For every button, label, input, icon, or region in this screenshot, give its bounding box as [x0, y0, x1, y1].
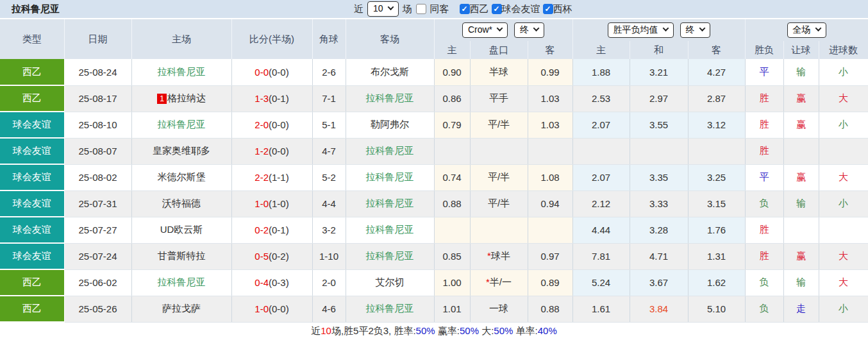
scope-value: 全场	[793, 24, 811, 36]
match-type-badge: 西乙	[0, 269, 64, 296]
avg-away: 3.12	[688, 112, 745, 138]
col-header-corner: 角球	[312, 19, 346, 59]
odds-away: 1.08	[528, 164, 572, 190]
avg-away	[688, 138, 745, 164]
subcol-avg-away: 客	[688, 41, 745, 59]
avg-provider-value: 胜平负均值	[613, 24, 658, 36]
odds-handicap-line: 一球	[470, 296, 528, 322]
odds-provider-select[interactable]: Crow*	[462, 22, 508, 38]
odds-time-select[interactable]: 终	[514, 22, 544, 38]
scope-select[interactable]: 全场	[787, 22, 826, 38]
match-date: 25-08-24	[64, 59, 131, 85]
home-team: 萨拉戈萨	[131, 296, 231, 322]
avg-draw: 4.71	[630, 243, 688, 269]
summary-segment: 近	[311, 325, 321, 336]
subcol-odds-home: 主	[434, 41, 470, 59]
result-wdl: 平	[745, 59, 783, 85]
match-date: 25-08-10	[64, 112, 131, 138]
subcol-avg-home: 主	[572, 41, 630, 59]
home-team: 甘普斯特拉	[131, 243, 231, 269]
same-opponent-checkbox[interactable]	[416, 4, 426, 14]
filter-checkbox[interactable]: ✓	[492, 4, 502, 14]
result-handicap	[783, 217, 819, 243]
match-row: 西乙25-06-02拉科鲁尼亚0-4(0-3)2-0艾尔切1.00*半/一0.8…	[0, 269, 868, 296]
avg-draw: 3.67	[630, 269, 688, 296]
result-goals	[819, 138, 868, 164]
corner-score: 5-1	[312, 112, 346, 138]
odds-time-value: 终	[520, 24, 529, 36]
odds-away: 1.03	[528, 112, 572, 138]
star-marker: *	[487, 250, 491, 261]
result-handicap: 赢	[783, 164, 819, 190]
summary-segment: 50%	[494, 325, 513, 336]
result-handicap: 赢	[783, 243, 819, 269]
away-team: 布尔戈斯	[346, 59, 434, 85]
avg-away: 1.62	[688, 269, 745, 296]
score-cell: 1-0(1-0)	[231, 190, 312, 217]
result-wdl: 平	[745, 164, 783, 190]
col-header-type: 类型	[0, 19, 64, 59]
chevron-down-icon	[699, 25, 705, 31]
result-handicap: 赢	[783, 112, 819, 138]
filter-checkboxes: ✓西乙✓球会友谊✓西杯	[457, 3, 572, 15]
avg-away: 4.27	[688, 59, 745, 85]
result-goals: 大	[819, 243, 868, 269]
odds-home: 1.01	[434, 296, 470, 322]
result-wdl: 胜	[745, 243, 783, 269]
match-date: 25-08-02	[64, 164, 131, 190]
match-date: 25-05-26	[64, 296, 131, 322]
avg-away: 2.87	[688, 85, 745, 112]
result-handicap: 输	[783, 59, 819, 85]
avg-time-select[interactable]: 终	[680, 22, 710, 38]
odds-away	[528, 217, 572, 243]
top-bar: 拉科鲁尼亚 近 10 场 同客 ✓西乙✓球会友谊✓西杯	[0, 0, 868, 19]
summary-segment: 大:	[479, 325, 494, 336]
away-team: 拉科鲁尼亚	[346, 164, 434, 190]
corner-score: 4-7	[312, 138, 346, 164]
corner-score: 1-10	[312, 243, 346, 269]
result-goals: 小	[819, 296, 868, 322]
odds-handicap-line: 平/半	[470, 112, 528, 138]
odds-home: 0.90	[434, 59, 470, 85]
result-wdl: 负	[745, 269, 783, 296]
avg-draw: 3.35	[630, 164, 688, 190]
odds-home	[434, 138, 470, 164]
odds-handicap-line	[470, 217, 528, 243]
home-team: 拉科鲁尼亚	[131, 59, 231, 85]
filter-label: 西杯	[553, 3, 572, 15]
col-header-away: 客场	[346, 19, 434, 59]
match-row: 球会友谊25-08-10拉科鲁尼亚2-0(0-0)5-1勒阿弗尔0.79平/半1…	[0, 112, 868, 138]
result-goals: 大	[819, 164, 868, 190]
result-wdl: 胜	[745, 112, 783, 138]
odds-handicap-line: *球半	[470, 243, 528, 269]
col-header-score: 比分(半场)	[231, 19, 312, 59]
filter-checkbox[interactable]: ✓	[543, 4, 553, 14]
summary-bar: 近10场,胜5平2负3, 胜率:50% 赢率:50% 大:50% 单率:40%	[0, 323, 868, 338]
match-type-badge: 西乙	[0, 85, 64, 112]
match-count-select[interactable]: 10	[367, 1, 399, 17]
odds-handicap-line: 平/半	[470, 190, 528, 217]
result-goals: 小	[819, 112, 868, 138]
odds-home	[434, 217, 470, 243]
avg-away: 3.25	[688, 164, 745, 190]
filter-checkbox[interactable]: ✓	[460, 4, 470, 14]
avg-draw: 3.84	[630, 296, 688, 322]
odds-home: 0.86	[434, 85, 470, 112]
avg-home: 1.88	[572, 59, 630, 85]
avg-provider-select[interactable]: 胜平负均值	[608, 22, 674, 38]
avg-home: 2.53	[572, 85, 630, 112]
avg-home: 5.24	[572, 269, 630, 296]
score-cell: 0-5(0-2)	[231, 243, 312, 269]
table-header: 类型 日期 主场 比分(半场) 角球 客场 Crow* 终	[0, 19, 868, 59]
away-team: 拉科鲁尼亚	[346, 296, 434, 322]
avg-away: 5.10	[688, 296, 745, 322]
result-wdl: 负	[745, 296, 783, 322]
away-team: 拉科鲁尼亚	[346, 138, 434, 164]
avg-draw: 3.33	[630, 190, 688, 217]
home-team: UD欧云斯	[131, 217, 231, 243]
home-team: 皇家奥维耶多	[131, 138, 231, 164]
result-goals: 小	[819, 190, 868, 217]
filter-label: 西乙	[470, 3, 489, 15]
result-handicap: 赢	[783, 85, 819, 112]
odds-home: 0.85	[434, 243, 470, 269]
